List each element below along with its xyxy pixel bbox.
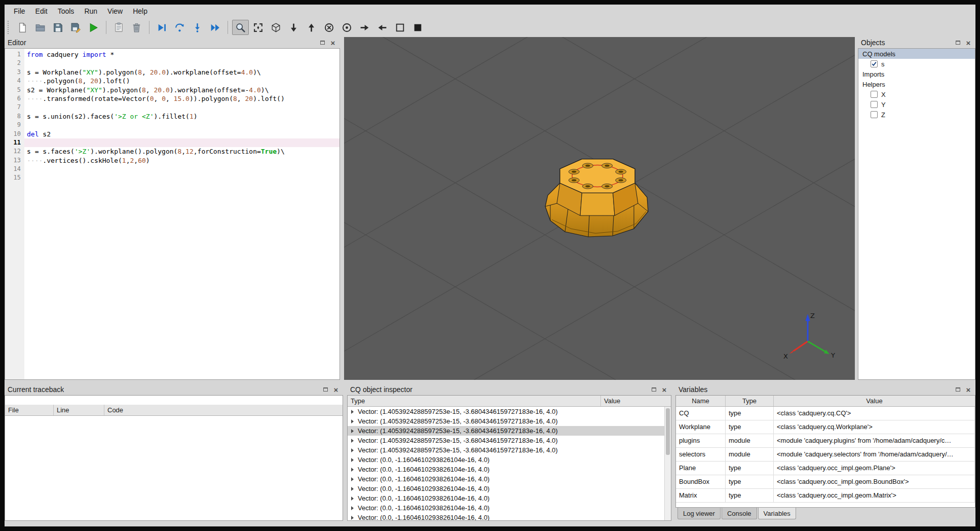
checkbox-y[interactable]: [871, 101, 878, 108]
tree-item-imports[interactable]: Imports: [858, 69, 975, 79]
float-panel-icon[interactable]: [954, 386, 962, 394]
variable-row[interactable]: Planetype<class 'cadquery.occ_impl.geom.…: [676, 462, 975, 475]
back-view-button[interactable]: [338, 20, 355, 35]
code-line[interactable]: from cadquery import *: [24, 50, 340, 59]
inspector-row[interactable]: Vector: (1.4053924288597253e-15, -3.6804…: [348, 426, 664, 436]
float-panel-icon[interactable]: [321, 386, 329, 394]
code-line[interactable]: s = s.faces('>Z').workplane().polygon(8,…: [24, 147, 340, 156]
render-button[interactable]: [85, 20, 102, 35]
variable-row[interactable]: BoundBoxtype<class 'cadquery.occ_impl.ge…: [676, 475, 975, 489]
variable-row[interactable]: Matrixtype<class 'cadquery.occ_impl.geom…: [676, 489, 975, 503]
column-header-type[interactable]: Type: [348, 396, 601, 406]
toolbar-handle[interactable]: [8, 21, 12, 34]
top-view-button[interactable]: [285, 20, 302, 35]
right-view-button[interactable]: [374, 20, 391, 35]
bottom-view-button[interactable]: [303, 20, 320, 35]
float-panel-icon[interactable]: [650, 386, 658, 394]
variable-row[interactable]: Workplanetype<class 'cadquery.cq.Workpla…: [676, 420, 975, 434]
editor-body[interactable]: 123456789101112131415 from cadquery impo…: [5, 48, 340, 380]
variable-row[interactable]: CQtype<class 'cadquery.cq.CQ'>: [676, 407, 975, 420]
copy-button[interactable]: [110, 20, 127, 35]
code-line[interactable]: s = s.union(s2).faces('>Z or <Z').fillet…: [24, 112, 340, 121]
checkbox-z[interactable]: [871, 111, 878, 118]
column-header-line[interactable]: Line: [54, 405, 104, 415]
code-line[interactable]: [24, 138, 340, 147]
tree-item-y[interactable]: Y: [858, 99, 975, 110]
splitter-horizontal[interactable]: [5, 380, 975, 384]
expand-arrow-icon[interactable]: [351, 477, 354, 481]
expand-arrow-icon[interactable]: [351, 419, 354, 423]
code-area[interactable]: from cadquery import *s = Workplane("XY"…: [24, 49, 340, 379]
code-line[interactable]: ····.vertices().cskHole(1,2,60): [24, 156, 340, 165]
open-script-button[interactable]: [32, 20, 49, 35]
close-panel-icon[interactable]: [660, 386, 668, 394]
inspector-row[interactable]: Vector: (0.0, -1.1604610293826104e-16, 4…: [348, 513, 664, 520]
shaded-button[interactable]: [409, 20, 426, 35]
delete-button[interactable]: [128, 20, 145, 35]
menu-run[interactable]: Run: [79, 5, 102, 17]
close-panel-icon[interactable]: [964, 386, 972, 394]
inspector-row[interactable]: Vector: (1.4053924288597253e-15, -3.6804…: [348, 445, 664, 455]
code-line[interactable]: s = Workplane("XY").polygon(8, 20.0).wor…: [24, 68, 340, 77]
inspector-row[interactable]: Vector: (1.4053924288597253e-15, -3.6804…: [348, 416, 664, 426]
expand-arrow-icon[interactable]: [351, 487, 354, 491]
column-header-file[interactable]: File: [5, 405, 54, 415]
close-panel-icon[interactable]: [332, 386, 340, 394]
menu-file[interactable]: File: [9, 5, 30, 17]
tree-item-helpers[interactable]: Helpers: [858, 79, 975, 89]
column-header-value[interactable]: Value: [601, 396, 671, 406]
tab-variables[interactable]: Variables: [758, 508, 796, 519]
inspector-row[interactable]: Vector: (0.0, -1.1604610293826104e-16, 4…: [348, 503, 664, 513]
column-header-code[interactable]: Code: [104, 405, 343, 415]
step-in-button[interactable]: [189, 20, 206, 35]
menu-tools[interactable]: Tools: [53, 5, 80, 17]
menu-help[interactable]: Help: [128, 5, 153, 17]
code-line[interactable]: ····.polygon(8, 20).loft(): [24, 77, 340, 85]
column-header-value[interactable]: Value: [774, 396, 975, 406]
save-button[interactable]: [50, 20, 66, 35]
cad-model[interactable]: [545, 159, 648, 237]
column-header-type[interactable]: Type: [726, 396, 774, 406]
code-line[interactable]: del s2: [24, 130, 340, 138]
variable-row[interactable]: pluginsmodule<module 'cadquery.plugins' …: [676, 434, 975, 448]
variable-row[interactable]: selectorsmodule<module 'cadquery.selecto…: [676, 448, 975, 462]
inspector-row[interactable]: Vector: (0.0, -1.1604610293826104e-16, 4…: [348, 474, 664, 484]
tree-item-x[interactable]: X: [858, 89, 975, 99]
tab-log-viewer[interactable]: Log viewer: [677, 508, 721, 519]
wireframe-button[interactable]: [392, 20, 408, 35]
splitter-editor-viewport[interactable]: [340, 37, 344, 380]
save-as-button[interactable]: [67, 20, 84, 35]
expand-arrow-icon[interactable]: [351, 448, 354, 452]
continue-button[interactable]: [207, 20, 223, 35]
code-line[interactable]: ····.transformed(rotate=Vector(0, 0, 15.…: [24, 94, 340, 103]
code-line[interactable]: [24, 165, 340, 173]
inspector-row[interactable]: Vector: (1.4053924288597253e-15, -3.6804…: [348, 436, 664, 445]
tab-console[interactable]: Console: [722, 508, 757, 519]
menu-edit[interactable]: Edit: [30, 5, 53, 17]
expand-arrow-icon[interactable]: [351, 410, 354, 414]
code-line[interactable]: [24, 173, 340, 182]
expand-arrow-icon[interactable]: [351, 458, 354, 462]
inspector-row[interactable]: Vector: (0.0, -1.1604610293826104e-16, 4…: [348, 455, 664, 465]
checkbox-s[interactable]: [871, 60, 878, 67]
expand-arrow-icon[interactable]: [351, 439, 354, 443]
front-view-button[interactable]: [321, 20, 337, 35]
fit-all-button[interactable]: [250, 20, 267, 35]
viewport-3d[interactable]: Z X Y: [344, 37, 855, 380]
expand-arrow-icon[interactable]: [351, 429, 354, 433]
step-button[interactable]: [171, 20, 188, 35]
expand-arrow-icon[interactable]: [351, 516, 354, 520]
code-line[interactable]: [24, 121, 340, 129]
float-panel-icon[interactable]: [954, 39, 962, 47]
tree-item-cq-models[interactable]: CQ models: [858, 49, 975, 59]
code-line[interactable]: [24, 59, 340, 67]
inspector-row[interactable]: Vector: (0.0, -1.1604610293826104e-16, 4…: [348, 465, 664, 474]
expand-arrow-icon[interactable]: [351, 468, 354, 472]
inspector-scrollbar[interactable]: [664, 407, 671, 520]
iso-view-button[interactable]: [268, 20, 284, 35]
inspector-row[interactable]: Vector: (0.0, -1.1604610293826104e-16, 4…: [348, 493, 664, 503]
close-panel-icon[interactable]: [329, 39, 337, 47]
menu-view[interactable]: View: [102, 5, 128, 17]
expand-arrow-icon[interactable]: [351, 497, 354, 501]
left-view-button[interactable]: [356, 20, 373, 35]
